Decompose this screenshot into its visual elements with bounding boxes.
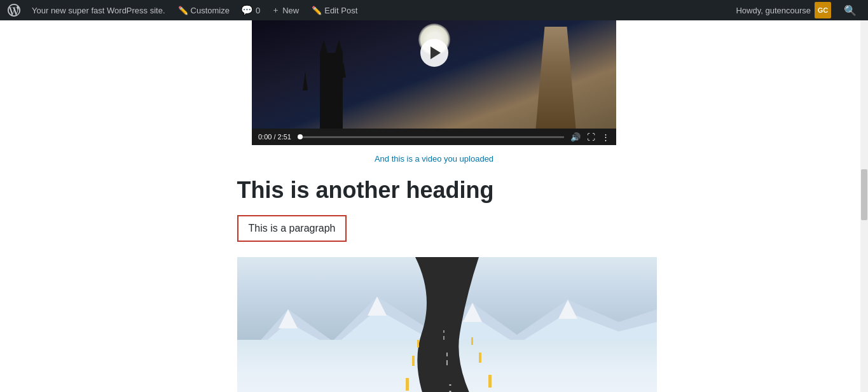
more-options-icon[interactable]: ⋮ (602, 132, 610, 142)
post-heading: This is another heading (237, 176, 631, 204)
paragraph-block: This is a paragraph (237, 215, 347, 242)
site-title-text: Your new super fast WordPress site. (32, 6, 165, 15)
admin-bar: Your new super fast WordPress site. ✏️ C… (0, 0, 868, 20)
plus-icon: ＋ (272, 4, 280, 16)
video-icon-controls: 🔊 ⛶ ⋮ (570, 132, 610, 142)
svg-rect-9 (406, 378, 409, 391)
video-caption-text: And this is a video you uploaded (375, 154, 493, 164)
video-time: 0:00 / 2:51 (258, 133, 291, 141)
paragraph-text: This is a paragraph (249, 223, 336, 234)
scrollbar-thumb[interactable] (861, 169, 867, 220)
comments-link[interactable]: 💬 0 (236, 0, 265, 20)
video-caption: And this is a video you uploaded (252, 154, 616, 164)
new-content-link[interactable]: ＋ New (265, 0, 305, 20)
user-initials: GC (818, 6, 829, 14)
content-area: This is another heading This is a paragr… (224, 176, 644, 392)
snow-road-image (237, 257, 657, 392)
avatar: GC (815, 2, 831, 18)
road-svg (237, 257, 657, 392)
svg-rect-12 (479, 353, 481, 363)
customize-label: Customize (191, 6, 230, 15)
edit-post-link[interactable]: ✏️ Edit Post (305, 0, 364, 20)
search-button[interactable]: 🔍 (837, 0, 863, 20)
volume-icon[interactable]: 🔊 (570, 132, 581, 142)
page-content: 0:00 / 2:51 🔊 ⛶ ⋮ And this is a video yo… (0, 20, 868, 392)
svg-rect-14 (471, 337, 473, 345)
howdy-greeting: Howdy, gutencourse (736, 6, 811, 15)
user-profile-link[interactable]: Howdy, gutencourse GC (729, 0, 837, 20)
search-icon: 🔍 (844, 4, 857, 17)
video-player: 0:00 / 2:51 🔊 ⛶ ⋮ (252, 20, 616, 145)
comments-count: 0 (256, 6, 260, 15)
site-title-link[interactable]: Your new super fast WordPress site. (25, 0, 172, 20)
comment-icon: 💬 (241, 4, 253, 16)
svg-rect-11 (412, 356, 415, 366)
heading-text: This is another heading (237, 177, 494, 203)
video-scene (252, 20, 616, 129)
play-button[interactable] (420, 39, 448, 67)
edit-icon: ✏️ (312, 6, 322, 15)
svg-rect-10 (488, 375, 492, 388)
video-controls-bar: 0:00 / 2:51 🔊 ⛶ ⋮ (252, 129, 616, 145)
new-label: New (282, 6, 299, 15)
scrollbar-track (860, 20, 868, 392)
customize-link[interactable]: ✏️ Customize (172, 0, 236, 20)
customize-icon: ✏️ (178, 6, 188, 15)
fullscreen-icon[interactable]: ⛶ (587, 132, 595, 142)
edit-post-label: Edit Post (324, 6, 357, 15)
svg-rect-13 (417, 340, 419, 347)
wordpress-logo-icon[interactable] (5, 1, 23, 19)
